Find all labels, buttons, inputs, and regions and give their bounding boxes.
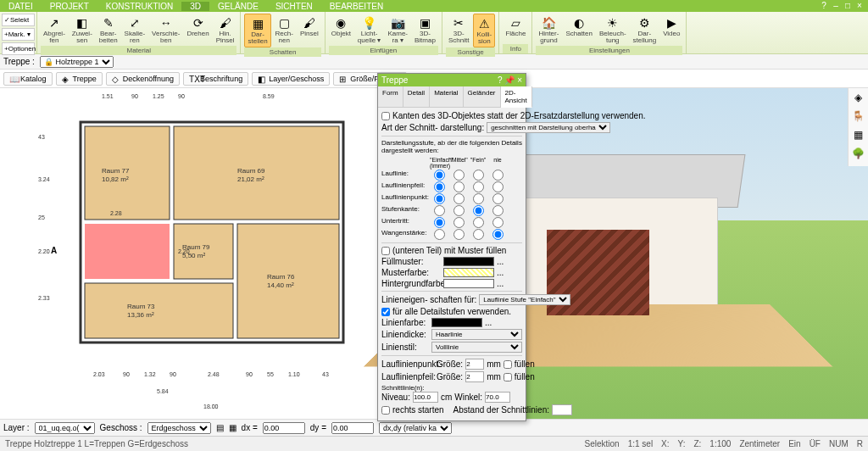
tab-form[interactable]: Form xyxy=(378,86,403,107)
llpfeil-size[interactable] xyxy=(465,371,484,382)
fillmuster-swatch[interactable] xyxy=(443,257,494,266)
fillmuster-more[interactable]: ... xyxy=(497,257,504,266)
menu-konstruktion[interactable]: KONSTRUKTION xyxy=(97,2,181,11)
menu-projekt[interactable]: PROJEKT xyxy=(42,2,97,11)
panel-help-icon[interactable]: ? xyxy=(498,75,503,85)
radio-Lauflinienpunkt:-2[interactable] xyxy=(473,193,484,204)
select-button[interactable]: ✓Selekt xyxy=(2,14,35,26)
ribbon-bear-beiten[interactable]: ✎Bear-beiten xyxy=(97,14,120,46)
geschoss-select[interactable]: Erdgeschoss xyxy=(147,422,211,434)
radio-Lauflinienpunkt:-0[interactable] xyxy=(434,193,445,204)
ribbon-drehen[interactable]: ⟳Drehen xyxy=(184,14,211,46)
dx-input[interactable] xyxy=(263,422,305,434)
plan-view[interactable]: 1.51 90 1.25 90 8.59 43 3.24 25 2.20 2.3… xyxy=(0,88,377,419)
radio-Lauflinie:-0[interactable] xyxy=(434,170,445,181)
ribbon-hinter-grund[interactable]: 🏠Hinter-grund xyxy=(536,14,561,46)
radio-Lauflinienpunkt:-1[interactable] xyxy=(453,193,465,204)
abstand-input[interactable] xyxy=(552,404,572,415)
radio-Lauflinienpfeil:-3[interactable] xyxy=(492,181,504,192)
panel-titlebar[interactable]: Treppe ? 📌 × xyxy=(378,74,526,86)
tree-icon[interactable]: 🌳 xyxy=(850,148,865,163)
radio-Stufenkante:-0[interactable] xyxy=(434,205,445,216)
mark-button[interactable]: +Mark. ▾ xyxy=(2,28,35,41)
llpunkt-size[interactable] xyxy=(465,359,484,370)
close-icon[interactable]: × xyxy=(854,1,865,11)
schnitt-select[interactable]: geschnitten mit Darstellung oberha xyxy=(487,122,610,133)
menu-gelaende[interactable]: GELÄNDE xyxy=(209,2,267,11)
radio-Lauflinie:-3[interactable] xyxy=(492,170,504,181)
panel-pin-icon[interactable]: 📌 xyxy=(504,75,515,85)
layer-select[interactable]: 01_uq.eq.o( xyxy=(35,422,95,434)
tab-detail[interactable]: Detail xyxy=(403,86,430,107)
ribbon-pinsel[interactable]: 🖌Pinsel xyxy=(298,14,321,47)
radio-Stufenkante:-2[interactable] xyxy=(473,205,484,216)
musterfarbe-more[interactable]: ... xyxy=(497,268,504,277)
radio-Wangenstärke:-0[interactable] xyxy=(434,229,445,240)
btn-katalog[interactable]: 📖Katalog xyxy=(3,72,53,86)
ribbon-zuwei-sen[interactable]: ◧Zuwei-sen xyxy=(70,14,95,46)
btn-beschriftung[interactable]: TXTBeschriftung xyxy=(183,72,248,86)
panel-close-icon[interactable]: × xyxy=(517,75,522,85)
min-icon[interactable]: – xyxy=(831,1,841,11)
radio-Untertritt:-0[interactable] xyxy=(434,217,445,228)
layers-icon[interactable]: ◈ xyxy=(850,92,865,107)
ribbon-beleuch-tung[interactable]: ☀Beleuch-tung xyxy=(597,14,629,46)
ribbon-3d-schnitt[interactable]: ✂3D-Schnitt xyxy=(446,14,471,47)
menu-3d[interactable]: 3D xyxy=(181,2,209,11)
menu-bearbeiten[interactable]: BEARBEITEN xyxy=(321,2,392,11)
chk-muster[interactable] xyxy=(381,247,390,255)
furniture-icon[interactable]: 🪑 xyxy=(850,110,865,125)
menu-datei[interactable]: DATEI xyxy=(0,2,42,11)
radio-Lauflinienpfeil:-2[interactable] xyxy=(473,181,484,192)
radio-Lauflinie:-2[interactable] xyxy=(473,170,484,181)
radio-Stufenkante:-3[interactable] xyxy=(492,205,504,216)
max-icon[interactable]: □ xyxy=(843,1,853,11)
radio-Untertritt:-2[interactable] xyxy=(473,217,484,228)
llpfeil-fill[interactable] xyxy=(504,373,512,381)
winkel-input[interactable] xyxy=(485,392,510,403)
tab-gelaender[interactable]: Geländer xyxy=(464,86,501,107)
ribbon-kame-ra-[interactable]: 📷Kame-ra ▾ xyxy=(385,14,410,46)
ribbon-dar-stellung[interactable]: ⚙Dar-stellung xyxy=(631,14,659,46)
ribbon-objekt[interactable]: ◉Objekt xyxy=(329,14,353,46)
radio-Stufenkante:-1[interactable] xyxy=(453,205,465,216)
treppe-select[interactable]: 🔒 Holztreppe 1 xyxy=(40,56,114,68)
dy-input[interactable] xyxy=(331,422,374,434)
ribbon-kolli-sion[interactable]: ⚠Kolli-sion xyxy=(473,14,495,47)
linienfarbe-swatch[interactable] xyxy=(431,318,482,327)
tab-2d-ansicht[interactable]: 2D-Ansicht xyxy=(501,86,532,108)
radio-Lauflinienpunkt:-3[interactable] xyxy=(492,193,504,204)
chk-3d-kanten[interactable] xyxy=(381,112,390,120)
linienfarbe-more[interactable]: ... xyxy=(485,318,492,327)
radio-Lauflinienpfeil:-1[interactable] xyxy=(453,181,465,192)
ribbon-3d-bitmap[interactable]: ▣3D-Bitmap xyxy=(412,14,438,46)
chk-alle-stufen[interactable] xyxy=(381,308,390,316)
hintergrund-swatch[interactable] xyxy=(443,279,494,288)
coord-mode[interactable]: dx,dy (relativ ka xyxy=(379,422,452,434)
ribbon-video[interactable]: ▶Video xyxy=(660,14,682,46)
ribbon-skalie-ren[interactable]: ⤢Skalie-ren xyxy=(122,14,147,46)
hintergrund-more[interactable]: ... xyxy=(497,279,504,288)
niveau-input[interactable] xyxy=(413,392,438,403)
musterfarbe-swatch[interactable] xyxy=(443,268,494,277)
llpunkt-fill[interactable] xyxy=(504,360,512,369)
radio-Untertritt:-3[interactable] xyxy=(492,217,504,228)
optionen-button[interactable]: +Optionen xyxy=(2,42,35,55)
radio-Lauflinienpfeil:-0[interactable] xyxy=(434,181,445,192)
radio-Wangenstärke:-2[interactable] xyxy=(473,229,484,240)
menu-sichten[interactable]: SICHTEN xyxy=(267,2,321,11)
ribbon-fl-che[interactable]: ▱Fläche xyxy=(503,14,528,44)
linienstil-select[interactable]: Volllinie xyxy=(431,342,522,353)
radio-Untertritt:-1[interactable] xyxy=(453,217,465,228)
radio-Wangenstärke:-3[interactable] xyxy=(492,229,504,240)
btn-treppe[interactable]: ◈Treppe xyxy=(56,72,103,86)
ribbon-licht-quelle-[interactable]: 💡Licht-quelle ▾ xyxy=(355,14,384,46)
linien-select[interactable]: Lauflinie Stufe "Einfach" xyxy=(479,294,570,305)
btn-decken-ffnung[interactable]: ◇Deckenöffnung xyxy=(106,72,180,86)
radio-Wangenstärke:-1[interactable] xyxy=(453,229,465,240)
liniendicke-select[interactable]: Haarlinie xyxy=(431,329,522,340)
radio-Lauflinie:-1[interactable] xyxy=(453,170,465,181)
ribbon-verschie-ben[interactable]: ↔Verschie-ben xyxy=(149,14,182,46)
help-icon[interactable]: ? xyxy=(819,1,829,11)
ribbon-schatten[interactable]: ◐Schatten xyxy=(563,14,595,46)
